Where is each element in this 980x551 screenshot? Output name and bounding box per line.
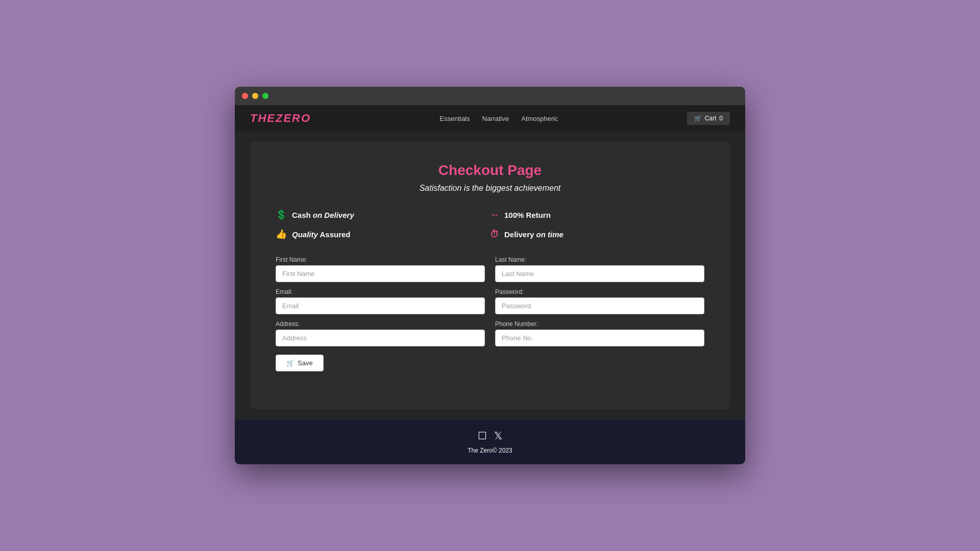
page-title: Checkout Page (276, 162, 704, 179)
timer-icon: ⏱ (490, 229, 499, 240)
facebook-icon[interactable]: ☐ (478, 430, 487, 442)
site-logo[interactable]: THEZERO (250, 112, 311, 125)
cash-icon: 💲 (276, 209, 287, 220)
phone-label: Phone Number: (495, 320, 704, 328)
nav-atmospheric[interactable]: Atmospheric (521, 115, 558, 122)
phone-input[interactable] (495, 330, 704, 346)
main-area: Checkout Page Satisfaction is the bigges… (235, 132, 745, 419)
email-input[interactable] (276, 297, 485, 314)
content-card: Checkout Page Satisfaction is the bigges… (250, 142, 730, 409)
feature-return-text: 100% Return (504, 211, 551, 219)
first-name-group: First Name: (276, 256, 485, 282)
browser-window: THEZERO Essentials Narrative Atmospheric… (235, 87, 745, 464)
password-input[interactable] (495, 297, 704, 314)
last-name-input[interactable] (495, 265, 704, 282)
email-label: Email: (276, 288, 485, 295)
first-name-label: First Name: (276, 256, 485, 263)
subtitle-rest: is the biggest achievement (461, 184, 560, 192)
feature-cash-delivery: 💲 Cash on Delivery (276, 209, 490, 220)
password-label: Password: (495, 288, 704, 295)
phone-group: Phone Number: (495, 320, 704, 346)
thumbsup-icon: 👍 (276, 229, 287, 240)
nav-links: Essentials Narrative Atmospheric (439, 115, 558, 122)
save-label: Save (298, 359, 313, 367)
last-name-group: Last Name: (495, 256, 704, 282)
browser-content: THEZERO Essentials Narrative Atmospheric… (235, 105, 745, 464)
cart-icon: 🛒 (694, 115, 702, 122)
address-group: Address: (276, 320, 485, 346)
footer: ☐ 𝕏 The Zero© 2023 (235, 419, 745, 464)
last-name-label: Last Name: (495, 256, 704, 263)
nav-essentials[interactable]: Essentials (439, 115, 470, 122)
footer-icons: ☐ 𝕏 (478, 430, 502, 442)
traffic-light-red[interactable] (242, 93, 248, 99)
footer-copyright: The Zero© 2023 (468, 447, 512, 454)
twitter-icon[interactable]: 𝕏 (494, 430, 502, 442)
feature-return: ↔ 100% Return (490, 209, 704, 220)
nav-narrative[interactable]: Narrative (482, 115, 509, 122)
browser-titlebar (235, 87, 745, 105)
save-icon: 🛒 (286, 359, 295, 367)
cart-label: Cart (705, 115, 717, 122)
feature-cash-text: Cash on Delivery (292, 211, 354, 219)
email-group: Email: (276, 288, 485, 314)
feature-quality: 👍 Quality Assured (276, 229, 490, 240)
checkout-form: First Name: Last Name: Email: Password: (276, 256, 704, 346)
navbar: THEZERO Essentials Narrative Atmospheric… (235, 105, 745, 132)
subtitle-italic: Satisfaction (420, 184, 462, 192)
save-button[interactable]: 🛒 Save (276, 355, 324, 371)
cart-button[interactable]: 🛒 Cart 0 (687, 112, 730, 125)
return-icon: ↔ (490, 210, 499, 220)
feature-quality-text: Quality Assured (292, 230, 351, 239)
traffic-light-green[interactable] (262, 93, 268, 99)
address-input[interactable] (276, 330, 485, 346)
address-label: Address: (276, 320, 485, 328)
password-group: Password: (495, 288, 704, 314)
features-grid: 💲 Cash on Delivery ↔ 100% Return 👍 Quali… (276, 209, 704, 240)
first-name-input[interactable] (276, 265, 485, 282)
page-subtitle: Satisfaction is the biggest achievement (276, 184, 704, 193)
feature-delivery-text: Delivery on time (504, 230, 564, 239)
traffic-light-yellow[interactable] (252, 93, 258, 99)
cart-count: 0 (719, 115, 723, 122)
feature-delivery: ⏱ Delivery on time (490, 229, 704, 240)
